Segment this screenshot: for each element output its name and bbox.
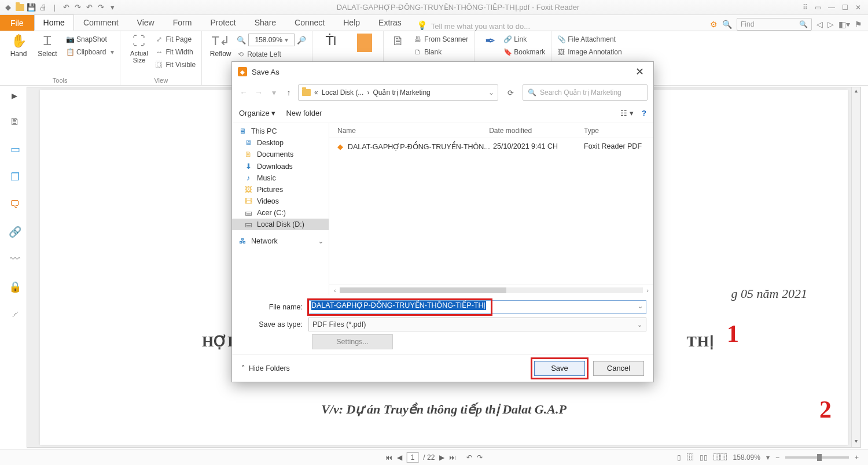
save-type-select[interactable]: PDF Files (*.pdf) ⌄ (308, 318, 646, 331)
nav-up-icon[interactable]: ↑ (283, 88, 295, 97)
view-single-icon[interactable]: ▯ (677, 453, 681, 462)
zoom-arrow-icon[interactable]: ▾ (766, 453, 770, 462)
hscroll-right-icon[interactable]: › (646, 287, 649, 294)
zoom-input[interactable]: 158.09%▾ (248, 34, 295, 46)
breadcrumb[interactable]: « Local Disk (... › Quản trị Marketing ⌄ (298, 84, 498, 101)
tab-form[interactable]: Form (164, 14, 201, 31)
next-page-icon[interactable]: ▶ (439, 453, 444, 462)
col-type[interactable]: Type (584, 127, 653, 135)
ocr-button[interactable]: 🗎 (389, 34, 407, 49)
file-tab[interactable]: File (0, 15, 34, 31)
close-icon[interactable]: ✕ (855, 3, 861, 12)
refresh-icon[interactable]: ⟳ (502, 88, 519, 97)
help-icon[interactable]: ? (642, 109, 646, 117)
organize-button[interactable]: Organize ▾ (239, 109, 275, 117)
tree-documents[interactable]: 🗎Documents (232, 149, 329, 160)
minimize-icon[interactable]: — (828, 3, 835, 12)
tab-home[interactable]: Home (34, 14, 74, 31)
zoom-plus-icon[interactable]: + (855, 453, 859, 462)
redo2-icon[interactable]: ↷ (96, 3, 105, 12)
tab-help[interactable]: Help (334, 14, 369, 31)
tree-desktop[interactable]: 🖥Desktop (232, 137, 329, 149)
nav-right-icon[interactable]: ↷ (477, 453, 483, 462)
fit-page-button[interactable]: ⤢Fit Page (155, 34, 196, 45)
breadcrumb-drop-icon[interactable]: ⌄ (488, 88, 494, 97)
dialog-titlebar[interactable]: ◆ Save As ✕ (232, 62, 653, 82)
find-input[interactable]: Find 🔍 (737, 18, 812, 31)
list-header[interactable]: Name Date modified Type (329, 123, 653, 138)
first-page-icon[interactable]: ⏮ (385, 453, 392, 462)
nav-back-icon[interactable]: ← (238, 88, 249, 97)
tab-protect[interactable]: Protect (201, 14, 245, 31)
maximize-icon[interactable]: ☐ (842, 3, 848, 12)
rotate-left-button[interactable]: ⟲Rotate Left (237, 49, 306, 60)
tab-view[interactable]: View (128, 14, 164, 31)
redo-icon[interactable]: ↷ (73, 3, 82, 12)
breadcrumb-a[interactable]: Local Disk (... (322, 88, 364, 97)
tree-acer[interactable]: 🖴Acer (C:) (232, 207, 329, 219)
view-facing-icon[interactable]: ▯▯ (700, 453, 708, 462)
undo2-icon[interactable]: ↶ (84, 3, 94, 12)
hscroll-left-icon[interactable]: ‹ (334, 287, 336, 294)
bookmarks-panel-icon[interactable]: ▭ (10, 143, 20, 156)
open-icon[interactable] (15, 3, 24, 12)
dialog-search-input[interactable]: 🔍 Search Quản trị Marketing (523, 84, 648, 101)
savetype-drop-icon[interactable]: ⌄ (637, 321, 642, 329)
file-name-input[interactable]: DALAT-GAPHỢP-ĐỒNG-TRUYỀN-THÔNG-TIẾP-THỊ … (308, 300, 646, 314)
col-name[interactable]: Name (337, 127, 489, 135)
view-continuous-icon[interactable]: ⿲ (687, 453, 694, 462)
page-input[interactable]: 1 (407, 452, 419, 463)
tab-extras[interactable]: Extras (369, 14, 411, 31)
new-folder-button[interactable]: New folder (286, 109, 322, 117)
horizontal-scrollbar[interactable]: ‹ › (329, 285, 653, 295)
sign-button[interactable]: ✒ (480, 34, 500, 49)
prev-page-icon[interactable]: ◀ (397, 453, 402, 462)
filename-drop-icon[interactable]: ⌄ (638, 302, 643, 310)
view-wrap-icon[interactable]: ⿲⿲ (713, 453, 727, 462)
ribbon-options-icon[interactable]: ◧▾ (838, 20, 850, 29)
security-panel-icon[interactable]: 🔒 (9, 281, 21, 293)
scroll-up-icon[interactable]: ▴ (852, 87, 860, 97)
snapshot-button[interactable]: 📷SnapShot (66, 34, 114, 45)
tab-connect[interactable]: Connect (285, 14, 334, 31)
image-annotation-button[interactable]: 🖼Image Annotation (557, 46, 621, 58)
blank-button[interactable]: 🗋Blank (414, 46, 468, 58)
zoom-in-icon[interactable]: 🔎 (297, 36, 306, 45)
highlight-button[interactable] (352, 34, 377, 52)
ribbon-prev-icon[interactable]: ◁ (816, 20, 823, 29)
ribbon-pin-icon[interactable]: ⚑ (855, 20, 862, 29)
typewriter-button[interactable]: ṪI (318, 34, 344, 49)
qat-more-icon[interactable]: ▾ (108, 3, 117, 12)
tab-comment[interactable]: Comment (74, 14, 128, 31)
clipboard-button[interactable]: 📋Clipboard▾ (66, 46, 114, 58)
tree-pictures[interactable]: 🖼Pictures (232, 184, 329, 195)
signatures-panel-icon[interactable]: 〰 (10, 253, 20, 265)
cancel-button[interactable]: Cancel (593, 361, 644, 376)
tree-downloads[interactable]: ⬇Downloads (232, 160, 329, 172)
window-apps-icon[interactable]: ⠿ (803, 3, 808, 12)
nav-left-icon[interactable]: ↶ (466, 453, 472, 462)
fit-width-button[interactable]: ↔Fit Width (155, 46, 196, 58)
settings-icon[interactable]: ⚙ (710, 20, 718, 29)
last-page-icon[interactable]: ⏭ (449, 453, 456, 462)
hand-tool[interactable]: ✋Hand (6, 34, 31, 58)
attachments-panel-icon[interactable]: 🔗 (9, 226, 21, 238)
ribbon-next-icon[interactable]: ▷ (827, 20, 834, 29)
nav-forward-icon[interactable]: → (253, 88, 264, 97)
nav-recent-icon[interactable]: ▾ (268, 88, 279, 97)
file-attachment-button[interactable]: 📎File Attachment (557, 34, 621, 45)
save-icon[interactable]: 💾 (27, 3, 36, 12)
vertical-scrollbar[interactable]: ▴ ▾ (851, 87, 860, 447)
dialog-close-icon[interactable]: ✕ (632, 65, 648, 78)
list-item[interactable]: ◆ DALAT-GAPHỢP-ĐỒNG-TRUYỀN-THÔN... 25/10… (329, 138, 653, 154)
folder-tree[interactable]: 🖥This PC 🖥Desktop 🗎Documents ⬇Downloads … (232, 123, 329, 295)
actual-size-button[interactable]: ⛶Actual Size (126, 34, 152, 64)
scroll-down-icon[interactable]: ▾ (852, 438, 860, 447)
zoom-out-icon[interactable]: 🔍 (237, 36, 246, 45)
from-scanner-button[interactable]: 🖶From Scanner (414, 34, 468, 45)
extra-panel-icon[interactable]: ⟋ (10, 308, 20, 320)
tree-music[interactable]: ♪Music (232, 172, 329, 184)
print-icon[interactable]: 🖨 (38, 3, 47, 12)
breadcrumb-b[interactable]: Quản trị Marketing (373, 88, 430, 97)
hide-folders-toggle[interactable]: ˄Hide Folders (241, 364, 290, 372)
